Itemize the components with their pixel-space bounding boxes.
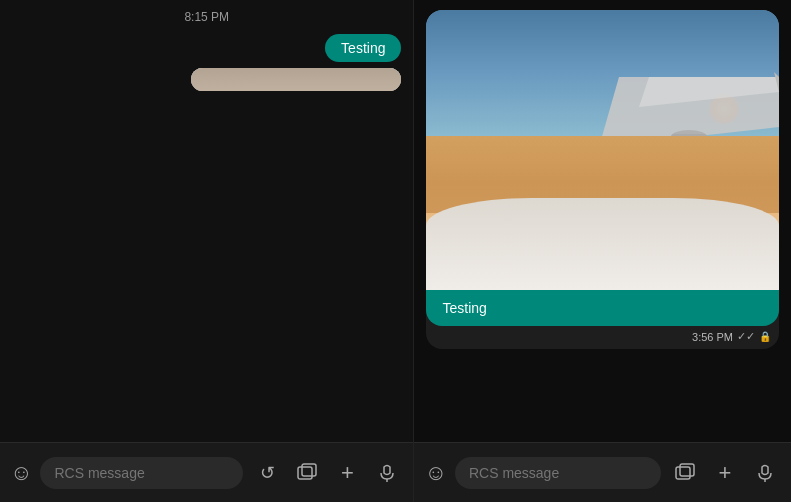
right-testing-label: Testing [426, 290, 779, 326]
left-audio-button[interactable] [371, 457, 403, 489]
testing-label-outgoing: Testing [325, 34, 401, 62]
left-gallery-button[interactable] [291, 457, 323, 489]
right-conversation-panel: Testing 3:56 PM ✓✓ 🔒 ☺ + [414, 0, 791, 502]
left-plus-button[interactable]: + [331, 457, 363, 489]
right-check-icon: ✓✓ [737, 330, 755, 343]
right-emoji-button[interactable]: ☺ [424, 460, 446, 486]
right-photo-bubble[interactable]: Testing 3:56 PM ✓✓ 🔒 [426, 10, 779, 349]
airplane-image [426, 10, 779, 290]
left-rotate-button[interactable]: ↺ [251, 457, 283, 489]
left-message-container: Testing B ⚡ ELEVATOR [12, 34, 401, 91]
right-gallery-button[interactable] [669, 457, 701, 489]
right-meta-time: 3:56 PM [692, 331, 733, 343]
right-messages-area: Testing 3:56 PM ✓✓ 🔒 [414, 0, 791, 442]
right-audio-button[interactable] [749, 457, 781, 489]
svg-rect-0 [298, 467, 312, 479]
left-input-bar: ☺ ↺ + [0, 442, 413, 502]
right-message-meta: 3:56 PM ✓✓ 🔒 [426, 326, 779, 349]
left-photo-bubble[interactable]: B ⚡ ELEVATOR 8:15 PM ✓✓ 🔒 [191, 68, 401, 91]
left-message-input[interactable] [40, 457, 243, 489]
right-plus-button[interactable]: + [709, 457, 741, 489]
left-conversation-panel: 8:15 PM Testing B ⚡ ELEVATOR [0, 0, 414, 502]
floor [191, 68, 401, 91]
svg-rect-1 [302, 464, 316, 476]
left-timestamp: 8:15 PM [12, 10, 401, 24]
right-message-input[interactable] [455, 457, 661, 489]
svg-rect-8 [676, 467, 690, 479]
left-messages-area: 8:15 PM Testing B ⚡ ELEVATOR [0, 0, 413, 442]
right-input-bar: ☺ + [414, 442, 791, 502]
right-lock-icon: 🔒 [759, 331, 771, 342]
elevator-image: B ⚡ ELEVATOR [191, 68, 401, 91]
left-emoji-button[interactable]: ☺ [10, 460, 32, 486]
svg-rect-9 [680, 464, 694, 476]
clouds [426, 136, 779, 290]
